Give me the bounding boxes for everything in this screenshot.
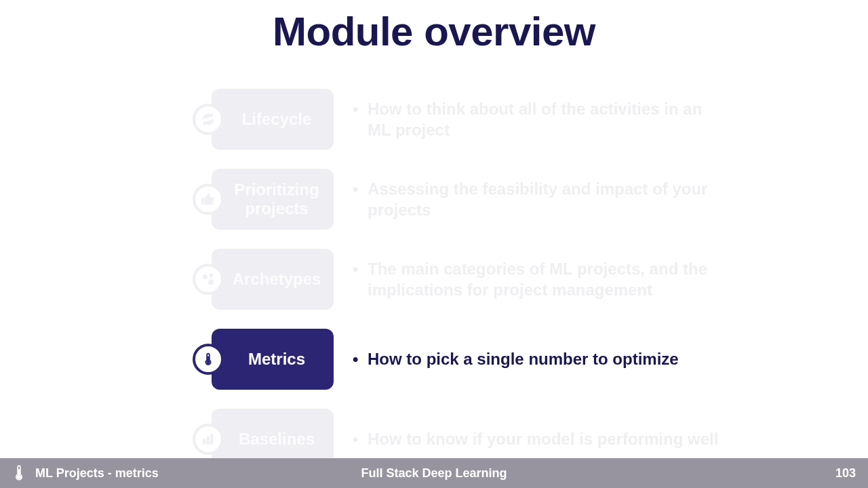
footer-left-text: ML Projects - metrics (35, 466, 159, 481)
module-sections: Lifecycle How to think about all of the … (190, 85, 719, 485)
section-label: Baselines (239, 430, 315, 449)
section-label: Prioritizing projects (234, 180, 319, 218)
section-label: Metrics (248, 350, 305, 369)
cycle-icon (193, 104, 224, 135)
svg-point-7 (18, 476, 20, 479)
section-metrics: Metrics How to pick a single number to o… (190, 325, 719, 393)
svg-rect-6 (211, 434, 213, 445)
svg-rect-1 (209, 280, 213, 284)
section-archetypes: Archetypes The main categories of ML pro… (190, 245, 719, 313)
svg-point-2 (207, 361, 210, 364)
svg-rect-4 (203, 439, 205, 444)
section-label: Lifecycle (242, 110, 312, 129)
shapes-icon (193, 264, 224, 295)
footer-center-text: Full Stack Deep Learning (294, 466, 575, 481)
svg-point-0 (203, 274, 207, 279)
thermometer-icon (12, 464, 26, 482)
thumbs-up-icon (193, 184, 224, 215)
section-prioritizing: Prioritizing projects Assessing the feas… (190, 165, 719, 233)
section-desc: How to pick a single number to optimize (353, 348, 719, 369)
page-number: 103 (574, 466, 868, 481)
slide-footer: ML Projects - metrics Full Stack Deep Le… (0, 458, 868, 488)
svg-rect-5 (207, 436, 209, 444)
slide-title: Module overview (0, 8, 868, 55)
section-desc: Assessing the feasibility and impact of … (353, 178, 719, 220)
section-lifecycle: Lifecycle How to think about all of the … (190, 85, 719, 153)
section-desc: How to know if your model is performing … (353, 428, 719, 449)
thermometer-icon (193, 344, 224, 375)
section-desc: The main categories of ML projects, and … (353, 258, 719, 300)
bar-chart-icon (193, 424, 224, 455)
section-desc: How to think about all of the activities… (353, 98, 719, 140)
section-label: Archetypes (233, 270, 321, 289)
